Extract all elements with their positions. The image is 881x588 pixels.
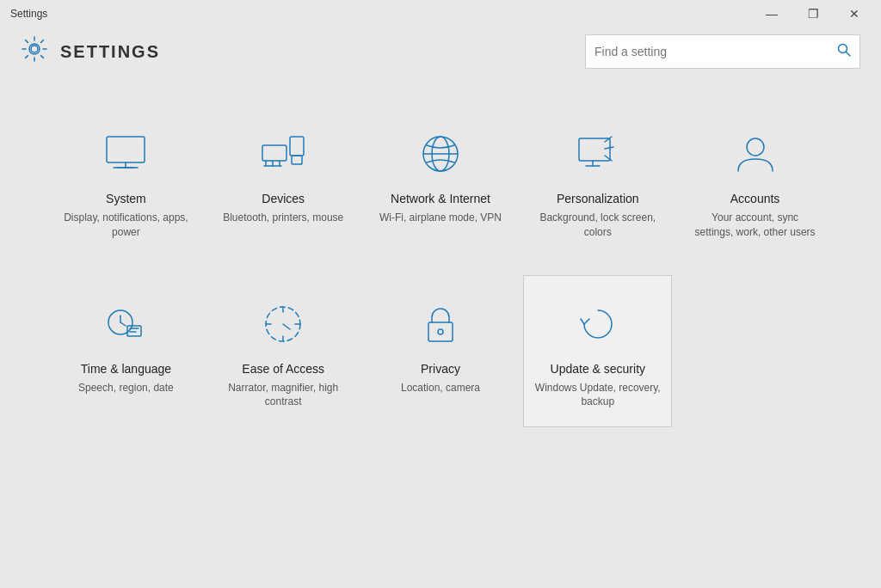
- ease-desc: Narrator, magnifier, high contrast: [220, 381, 347, 410]
- svg-point-0: [31, 46, 38, 52]
- close-button[interactable]: ✕: [835, 0, 874, 28]
- personalization-icon: [570, 126, 625, 181]
- header-left: SETTINGS: [21, 35, 160, 69]
- search-input[interactable]: [595, 45, 837, 58]
- svg-rect-37: [428, 322, 453, 341]
- settings-item-devices[interactable]: Devices Bluetooth, printers, mouse: [209, 105, 358, 258]
- privacy-title: Privacy: [421, 362, 460, 376]
- system-title: System: [106, 192, 146, 205]
- accounts-icon: [728, 126, 783, 181]
- personalization-desc: Background, lock screen, colors: [534, 211, 661, 240]
- settings-item-network[interactable]: Network & Internet Wi-Fi, airplane mode,…: [367, 105, 515, 258]
- network-title: Network & Internet: [391, 192, 490, 205]
- update-desc: Windows Update, recovery, backup: [534, 381, 661, 410]
- svg-line-20: [605, 147, 613, 149]
- search-icon: [837, 43, 851, 60]
- system-desc: Display, notifications, apps, power: [63, 211, 189, 240]
- settings-main: System Display, notifications, apps, pow…: [0, 79, 881, 588]
- privacy-desc: Location, camera: [401, 381, 480, 395]
- settings-item-system[interactable]: System Display, notifications, apps, pow…: [52, 105, 200, 258]
- title-bar: Settings — ❐ ✕: [0, 0, 881, 28]
- settings-row-2: Time & language Speech, region, date Eas…: [52, 275, 829, 428]
- update-title: Update & security: [551, 362, 646, 376]
- svg-point-24: [747, 138, 764, 156]
- time-icon: [98, 297, 153, 352]
- settings-item-update[interactable]: Update & security Windows Update, recove…: [523, 275, 672, 428]
- svg-rect-8: [262, 145, 286, 161]
- window-controls: — ❐ ✕: [752, 0, 874, 28]
- svg-line-19: [605, 137, 612, 142]
- settings-item-privacy[interactable]: Privacy Location, camera: [367, 275, 515, 428]
- network-desc: Wi-Fi, airplane mode, VPN: [379, 211, 502, 225]
- privacy-icon: [413, 297, 468, 352]
- settings-item-empty: [681, 275, 829, 428]
- svg-line-27: [120, 322, 126, 326]
- system-icon: [98, 126, 153, 181]
- ease-title: Ease of Access: [242, 362, 324, 376]
- devices-icon: [256, 126, 311, 181]
- accounts-desc: Your account, sync settings, work, other…: [692, 211, 818, 240]
- search-box[interactable]: [585, 34, 860, 69]
- app-title: SETTINGS: [60, 42, 160, 62]
- update-icon: [570, 297, 625, 352]
- svg-line-21: [605, 156, 612, 161]
- settings-item-accounts[interactable]: Accounts Your account, sync settings, wo…: [681, 105, 829, 258]
- maximize-button[interactable]: ❐: [793, 0, 833, 28]
- svg-line-36: [283, 324, 290, 329]
- gear-icon: [21, 35, 48, 69]
- devices-title: Devices: [262, 192, 305, 205]
- settings-item-personalization[interactable]: Personalization Background, lock screen,…: [523, 105, 672, 258]
- svg-point-38: [438, 329, 443, 334]
- devices-desc: Bluetooth, printers, mouse: [223, 211, 343, 225]
- settings-item-ease[interactable]: Ease of Access Narrator, magnifier, high…: [209, 275, 358, 428]
- svg-line-3: [847, 52, 851, 57]
- header: SETTINGS: [0, 28, 881, 79]
- time-title: Time & language: [81, 362, 171, 376]
- network-icon: [413, 126, 468, 181]
- ease-icon: [256, 297, 311, 352]
- settings-item-time[interactable]: Time & language Speech, region, date: [52, 275, 200, 428]
- svg-rect-10: [292, 156, 302, 164]
- personalization-title: Personalization: [557, 192, 639, 205]
- minimize-button[interactable]: —: [752, 0, 792, 28]
- settings-row-1: System Display, notifications, apps, pow…: [52, 105, 829, 258]
- time-desc: Speech, region, date: [78, 381, 174, 395]
- window-title: Settings: [10, 8, 47, 20]
- svg-rect-9: [290, 137, 304, 156]
- svg-rect-4: [107, 137, 145, 162]
- accounts-title: Accounts: [730, 192, 780, 205]
- settings-grid: System Display, notifications, apps, pow…: [52, 105, 829, 427]
